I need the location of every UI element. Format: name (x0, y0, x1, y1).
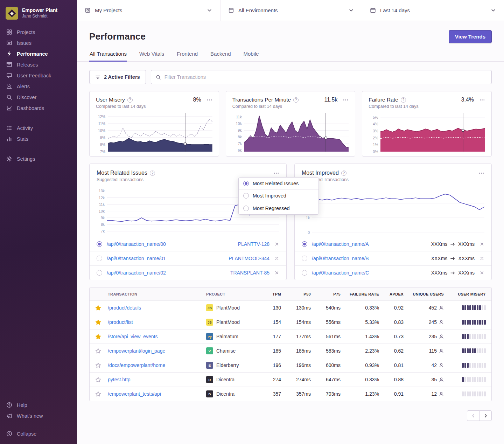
help-circle-icon[interactable] (341, 171, 346, 176)
transaction-radio[interactable] (302, 270, 307, 276)
star-filled-icon[interactable] (95, 334, 101, 340)
misery-bar (467, 391, 469, 396)
transaction-link[interactable]: pytest.http (108, 377, 206, 382)
dismiss-icon[interactable] (479, 256, 484, 261)
misery-bar (474, 320, 476, 325)
apdex-value: 0.91 (379, 391, 404, 397)
tab-all-transactions[interactable]: All Transactions (89, 50, 127, 62)
dismiss-icon[interactable] (274, 270, 279, 275)
tab-frontend[interactable]: Frontend (176, 50, 198, 62)
sidebar-item-activity[interactable]: Activity (0, 123, 77, 133)
sidebar-item-alerts[interactable]: Alerts (0, 81, 77, 92)
tab-backend[interactable]: Backend (210, 50, 231, 62)
issue-link[interactable]: TRANSPLANT-85 (230, 270, 270, 276)
transaction-link[interactable]: /api/0/transaction_name/A (312, 241, 369, 247)
sidebar-item-dashboards[interactable]: Dashboards (0, 103, 77, 113)
stat-card-user-misery: User Misery8%Compared to last 14 days12%… (89, 91, 219, 157)
search-input[interactable] (164, 74, 487, 80)
y-tick-label: 2% (373, 136, 378, 140)
p75-value: 703ms (311, 391, 341, 397)
transaction-link[interactable]: /api/0/transaction_name/B (312, 256, 369, 261)
sidebar-item-collapse[interactable]: Collapse (0, 428, 77, 439)
active-filters-button[interactable]: 2 Active Filters (89, 70, 146, 84)
star-outline-icon[interactable] (95, 348, 101, 354)
sidebar-item-stats[interactable]: Stats (0, 133, 77, 144)
dropdown-option-most-related-issues[interactable]: Most Related Issues (239, 178, 318, 190)
sidebar-item-issues[interactable]: Issues (0, 37, 77, 48)
project-selector[interactable]: My Projects (77, 0, 220, 21)
duration-before: XXXms (431, 256, 448, 261)
org-switcher[interactable]: Empower Plant Jane Schmidt (0, 5, 77, 27)
dismiss-icon[interactable] (479, 242, 484, 247)
sidebar-item-releases[interactable]: Releases (0, 59, 77, 70)
dropdown-option-most-improved[interactable]: Most Improved (239, 190, 318, 202)
alerts-icon (6, 83, 12, 89)
card-menu-button[interactable] (479, 97, 485, 103)
failure-rate-value: 2.23% (341, 348, 379, 354)
user-misery-bars (444, 305, 486, 310)
sidebar-item-what-s-new[interactable]: What's new (0, 410, 77, 421)
help-circle-icon[interactable] (127, 97, 133, 103)
tab-web-vitals[interactable]: Web Vitals (139, 50, 164, 62)
star-filled-icon[interactable] (95, 305, 101, 311)
help-circle-icon[interactable] (293, 97, 299, 103)
transaction-link[interactable]: /product/list (108, 319, 206, 325)
transaction-link[interactable]: /api/0/transaction_name/01 (107, 256, 166, 261)
help-circle-icon[interactable] (150, 171, 155, 176)
transaction-link[interactable]: /empowerplant/login_page (108, 348, 206, 354)
transaction-link[interactable]: /api/0/transaction_name/C (312, 270, 369, 276)
transaction-radio[interactable] (97, 256, 102, 261)
option-radio[interactable] (243, 206, 249, 211)
transaction-link[interactable]: /store/api_view_events (108, 334, 206, 339)
transaction-radio[interactable] (97, 270, 102, 276)
misery-bar (484, 334, 486, 339)
sidebar-item-label: Stats (17, 136, 28, 142)
transaction-radio[interactable] (302, 256, 307, 261)
dismiss-icon[interactable] (479, 270, 484, 275)
tab-mobile[interactable]: Mobile (243, 50, 259, 62)
dismiss-icon[interactable] (274, 242, 279, 247)
option-radio[interactable] (243, 181, 249, 186)
duration-change: XXXmsXXXms (431, 270, 475, 276)
star-outline-icon[interactable] (95, 362, 101, 368)
duration-change: XXXmsXXXms (431, 256, 475, 261)
transaction-link[interactable]: /docs/empowerplant/home (108, 362, 206, 368)
issue-link[interactable]: PLANTMOOD-344 (229, 256, 270, 261)
option-radio[interactable] (243, 193, 249, 199)
card-menu-button[interactable] (206, 97, 212, 103)
sidebar-item-performance[interactable]: Performance (0, 48, 77, 59)
transaction-radio[interactable] (97, 241, 102, 247)
sidebar-item-settings[interactable]: Settings (0, 153, 77, 164)
previous-page-button[interactable] (467, 410, 479, 421)
panel-row-list: /api/0/transaction_name/AXXXmsXXXms/api/… (295, 237, 491, 280)
project-box-icon (85, 7, 91, 13)
dropdown-option-most-regressed[interactable]: Most Regressed (239, 202, 318, 214)
view-trends-button[interactable]: View Trends (449, 30, 492, 43)
card-menu-button[interactable] (478, 170, 484, 176)
sidebar-item-label: Help (17, 402, 27, 408)
next-page-button[interactable] (479, 410, 492, 421)
issue-link[interactable]: PLANTTV-128 (238, 241, 270, 247)
date-range-selector[interactable]: Last 14 days (362, 0, 504, 21)
star-filled-icon[interactable] (95, 319, 101, 325)
sidebar-item-user-feedback[interactable]: User Feedback (0, 70, 77, 81)
card-menu-button[interactable] (343, 97, 349, 103)
sidebar-item-discover[interactable]: Discover (0, 92, 77, 103)
transaction-link[interactable]: /api/0/transaction_name/00 (107, 241, 166, 247)
help-circle-icon[interactable] (401, 97, 406, 103)
transaction-link[interactable]: /product/details (108, 305, 206, 311)
card-menu-button[interactable] (273, 170, 279, 176)
y-tick-label: 5% (373, 115, 378, 119)
dismiss-icon[interactable] (274, 256, 279, 261)
transaction-link[interactable]: /empowerplant_tests/api (108, 391, 206, 397)
table-row: pytest.httpDDicentra274274ms647ms0.33%0.… (90, 372, 491, 387)
panel-row-actions: XXXmsXXXms (431, 270, 484, 276)
star-outline-icon[interactable] (95, 391, 101, 397)
star-outline-icon[interactable] (95, 377, 101, 383)
environment-selector[interactable]: All Environments (220, 0, 362, 21)
sidebar-item-help[interactable]: Help (0, 400, 77, 410)
transaction-link[interactable]: /api/0/transaction_name/02 (107, 270, 166, 276)
sidebar-item-projects[interactable]: Projects (0, 27, 77, 37)
transaction-radio[interactable] (302, 241, 307, 247)
projects-icon (6, 29, 12, 35)
